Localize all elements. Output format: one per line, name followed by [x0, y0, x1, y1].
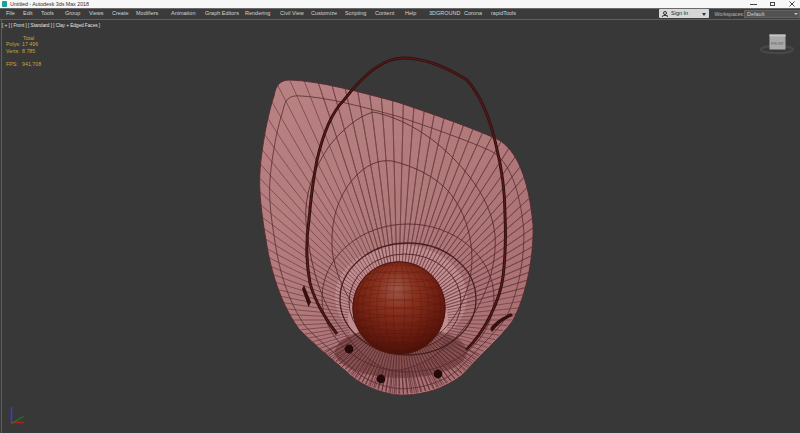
- svg-text:FRONT: FRONT: [771, 42, 784, 46]
